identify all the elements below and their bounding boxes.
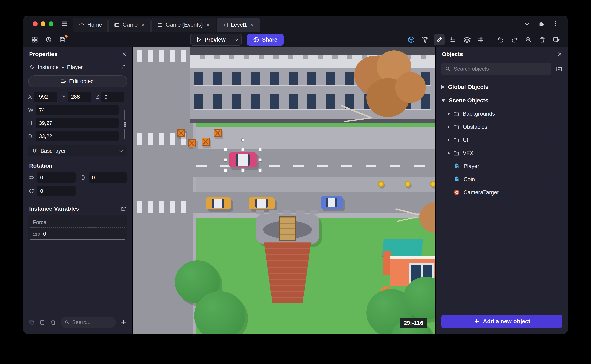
- lock-instance-button[interactable]: [121, 64, 126, 70]
- edit-mode-button[interactable]: [434, 34, 445, 45]
- folder-row-backgrounds[interactable]: Backgrounds ⋮: [436, 107, 568, 120]
- x-input[interactable]: -992: [34, 92, 57, 102]
- player-car-instance[interactable]: [229, 152, 257, 168]
- folder-row-vfx[interactable]: VFX ⋮: [436, 147, 568, 160]
- open-panels-button[interactable]: [29, 34, 40, 45]
- preview-button[interactable]: Preview: [191, 34, 231, 45]
- selection-handle[interactable]: [241, 169, 245, 172]
- tab-close-button[interactable]: ×: [250, 22, 255, 28]
- crate-instance[interactable]: [202, 137, 210, 146]
- variables-search-input[interactable]: [72, 319, 112, 325]
- tab-game[interactable]: Game ×: [108, 18, 151, 32]
- selection-handle[interactable]: [241, 148, 245, 151]
- y-input[interactable]: 288: [68, 92, 91, 102]
- z-input[interactable]: 0: [101, 92, 124, 102]
- object-row-coin[interactable]: Coin ⋮: [436, 173, 568, 186]
- rotation-y-input[interactable]: 0: [89, 172, 127, 183]
- open-variables-editor-button[interactable]: [121, 206, 126, 212]
- new-folder-button[interactable]: [555, 65, 562, 72]
- width-input[interactable]: 74: [36, 105, 119, 115]
- scene-objects-group[interactable]: Scene Objects: [436, 94, 568, 107]
- objects-search[interactable]: [441, 63, 551, 75]
- layer-select[interactable]: Base layer: [28, 145, 127, 156]
- lock-ratio-toggle[interactable]: [122, 120, 128, 129]
- selection-handle[interactable]: [259, 158, 262, 162]
- tab-level1[interactable]: Level1 ×: [217, 18, 260, 32]
- window-chevron-button[interactable]: [524, 20, 530, 27]
- rotation-x-input[interactable]: 0: [37, 172, 76, 183]
- row-options-button[interactable]: ⋮: [554, 124, 562, 131]
- folder-row-obstacles[interactable]: Obstacles ⋮: [436, 120, 568, 133]
- redo-button[interactable]: [509, 34, 520, 45]
- brown-tree-instance[interactable]: [395, 199, 435, 240]
- yellow-car-instance[interactable]: [249, 197, 275, 209]
- zoom-button[interactable]: [523, 34, 534, 45]
- blue-car-instance[interactable]: [320, 196, 343, 209]
- object-row-cameratarget[interactable]: CameraTarget ⋮: [436, 186, 568, 199]
- row-options-button[interactable]: ⋮: [554, 150, 562, 157]
- scene-canvas[interactable]: 29;-116: [133, 47, 435, 334]
- folder-row-ui[interactable]: UI ⋮: [436, 133, 568, 147]
- crate-instance[interactable]: [177, 129, 185, 137]
- grid-button[interactable]: [475, 34, 486, 45]
- selection-handle[interactable]: [224, 148, 227, 151]
- brown-tree-instance[interactable]: [338, 47, 435, 137]
- layers-button[interactable]: [461, 34, 472, 45]
- selection-handle[interactable]: [224, 169, 227, 172]
- close-window-button[interactable]: [33, 21, 38, 26]
- layout-panels-icon: [31, 36, 38, 43]
- add-variable-button[interactable]: [120, 319, 127, 325]
- tab-close-button[interactable]: ×: [140, 22, 145, 28]
- variables-search[interactable]: [61, 317, 116, 328]
- selection-handle[interactable]: [259, 169, 262, 172]
- selection-handle[interactable]: [224, 158, 227, 162]
- row-options-button[interactable]: ⋮: [554, 110, 562, 117]
- row-options-button[interactable]: ⋮: [554, 136, 562, 144]
- coin-instance[interactable]: [430, 181, 435, 187]
- variable-value-cell[interactable]: 0: [43, 231, 46, 237]
- coin-instance[interactable]: [378, 181, 384, 187]
- properties-close-button[interactable]: ×: [122, 51, 126, 58]
- maximize-window-button[interactable]: [49, 21, 53, 26]
- variable-name-cell[interactable]: Force: [30, 216, 125, 228]
- object-list-button[interactable]: [448, 34, 459, 45]
- share-button[interactable]: Share: [247, 34, 284, 46]
- delete-variable-button[interactable]: [50, 319, 56, 325]
- add-new-object-button[interactable]: Add a new object: [441, 315, 562, 328]
- rotation-z-input[interactable]: 0: [37, 186, 76, 196]
- objects-search-input[interactable]: [454, 66, 548, 72]
- yellow-car-instance[interactable]: [206, 197, 231, 209]
- history-button[interactable]: [43, 34, 54, 45]
- height-row: H 39,27: [23, 118, 119, 128]
- height-input[interactable]: 39,27: [36, 118, 119, 128]
- object-row-player[interactable]: Player ⋮: [436, 160, 568, 173]
- extensions-button[interactable]: [538, 20, 545, 27]
- delete-button[interactable]: [537, 34, 548, 45]
- row-options-button[interactable]: ⋮: [554, 163, 562, 170]
- tab-home[interactable]: Home: [73, 18, 108, 32]
- objects-close-button[interactable]: ×: [558, 51, 562, 58]
- instances-graph-button[interactable]: [420, 34, 431, 45]
- coin-instance[interactable]: [405, 181, 411, 187]
- undo-button[interactable]: [495, 34, 506, 45]
- row-options-button[interactable]: ⋮: [554, 189, 562, 196]
- main-menu-button[interactable]: [59, 18, 70, 29]
- preview-options-button[interactable]: [231, 34, 241, 45]
- tab-close-button[interactable]: ×: [206, 22, 211, 28]
- depth-input[interactable]: 33,22: [36, 131, 119, 141]
- copy-variable-button[interactable]: [29, 319, 35, 325]
- row-options-button[interactable]: ⋮: [554, 176, 562, 183]
- selection-handle[interactable]: [259, 148, 262, 151]
- paste-variable-button[interactable]: [39, 319, 46, 325]
- global-objects-group[interactable]: Global Objects: [436, 80, 568, 94]
- edit-canvas-options-button[interactable]: [551, 34, 562, 45]
- tower-instance[interactable]: [256, 211, 319, 306]
- tab-game-events[interactable]: Game (Events) ×: [152, 18, 216, 32]
- toggle-3d-view-button[interactable]: [406, 34, 417, 45]
- edit-object-button[interactable]: Edit object: [28, 75, 127, 87]
- selection-rotate-handle[interactable]: [241, 138, 245, 142]
- more-options-button[interactable]: [552, 20, 559, 27]
- minimize-window-button[interactable]: [41, 21, 46, 26]
- crate-instance[interactable]: [188, 139, 196, 147]
- crate-instance[interactable]: [213, 129, 222, 137]
